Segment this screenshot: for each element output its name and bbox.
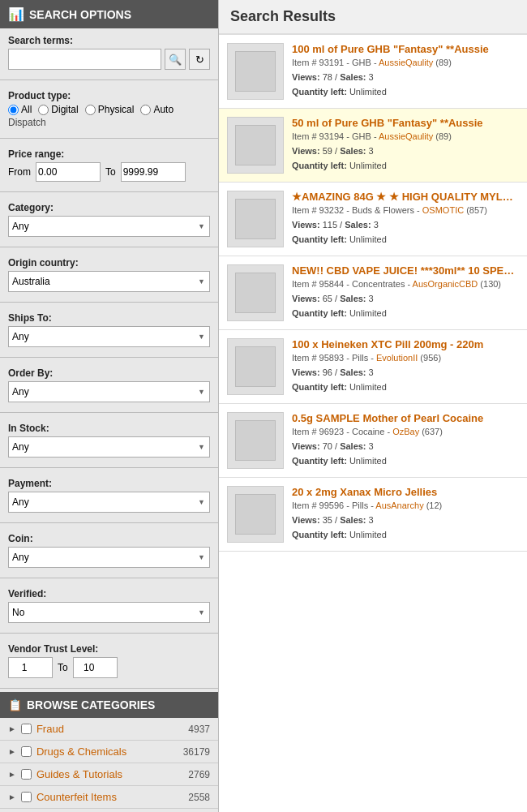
- result-meta: Item # 99596 - Pills - AusAnarchy (12): [292, 501, 519, 510]
- result-info: 100 ml of Pure GHB "Fantasy" **Aussie It…: [292, 43, 519, 100]
- category-checkbox[interactable]: [21, 769, 32, 780]
- result-title[interactable]: NEW!! CBD VAPE JUICE! ***30ml** 10 SPECI…: [292, 264, 519, 277]
- result-title[interactable]: ★AMAZING 84G ★ ★ HIGH QUALITY MYLAR BAG …: [292, 191, 519, 203]
- views-label: Views:: [292, 72, 320, 82]
- result-title[interactable]: 20 x 2mg Xanax Micro Jellies: [292, 486, 519, 498]
- sales-label: Sales:: [340, 441, 366, 451]
- category-checkbox[interactable]: [21, 746, 32, 757]
- ships-to-label: Ships To:: [8, 312, 210, 324]
- result-stats: Views: 115 / Sales: 3 Quantity left: Unl…: [292, 218, 519, 247]
- thumbnail-image: [235, 51, 276, 92]
- verified-select[interactable]: No Yes: [8, 602, 210, 623]
- bar-chart-icon: 📊: [8, 6, 24, 22]
- category-item[interactable]: ► Digital Products 6311: [0, 809, 218, 812]
- category-item[interactable]: ► Fraud 4937: [0, 718, 218, 741]
- ships-to-wrapper: Any: [8, 326, 210, 347]
- category-name: Counterfeit Items: [36, 791, 183, 803]
- category-dropdown-wrapper: Any: [8, 216, 210, 237]
- in-stock-select[interactable]: Any: [8, 436, 210, 458]
- category-item[interactable]: ► Counterfeit Items 2558: [0, 786, 218, 809]
- views-label: Views:: [292, 367, 320, 377]
- result-meta: Item # 93191 - GHB - AussieQaulity (89): [292, 58, 519, 67]
- result-meta: Item # 93194 - GHB - AussieQaulity (89): [292, 131, 519, 141]
- refresh-button[interactable]: ↻: [189, 49, 210, 70]
- browse-categories-title: BROWSE CATEGORIES: [27, 698, 155, 711]
- search-button[interactable]: 🔍: [165, 49, 186, 70]
- result-stats: Views: 65 / Sales: 3 Quantity left: Unli…: [292, 292, 519, 320]
- vendor-link[interactable]: AusAnarchy: [375, 501, 423, 510]
- category-count: 36179: [183, 746, 210, 758]
- vendor-link[interactable]: AusOrganicCBD: [413, 279, 478, 289]
- left-panel: 📊 SEARCH OPTIONS Search terms: 🔍 ↻ Produ…: [0, 0, 219, 812]
- results-list: 100 ml of Pure GHB "Fantasy" **Aussie It…: [219, 35, 527, 552]
- sales-label: Sales:: [340, 515, 366, 525]
- result-meta: Item # 96923 - Cocaine - OzBay (637): [292, 427, 519, 436]
- thumbnail-image: [235, 125, 276, 165]
- category-checkbox[interactable]: [21, 792, 32, 802]
- result-title[interactable]: 0.5g SAMPLE Mother of Pearl Cocaine: [292, 412, 519, 424]
- category-list: ► Fraud 4937 ► Drugs & Chemicals 36179 ►…: [0, 718, 218, 812]
- verified-label: Verified:: [8, 588, 210, 599]
- result-thumbnail: [227, 338, 284, 395]
- vendor-link[interactable]: EvolutionII: [376, 353, 418, 363]
- category-select[interactable]: Any: [8, 216, 210, 237]
- category-item[interactable]: ► Drugs & Chemicals 36179: [0, 741, 218, 763]
- payment-wrapper: Any: [8, 492, 210, 513]
- price-range-row: From To: [8, 162, 210, 182]
- category-name: Guides & Tutorials: [36, 768, 183, 780]
- result-item[interactable]: 100 x Heineken XTC Pill 200mg - 220m Ite…: [219, 330, 527, 404]
- origin-select[interactable]: Australia: [8, 271, 210, 292]
- radio-all[interactable]: All: [8, 104, 32, 115]
- thumbnail-image: [235, 273, 276, 313]
- radio-auto[interactable]: Auto: [140, 104, 174, 115]
- radio-physical[interactable]: Physical: [85, 104, 135, 115]
- vendor-link[interactable]: OzBay: [392, 427, 419, 436]
- coin-label: Coin:: [8, 533, 210, 544]
- ships-to-select[interactable]: Any: [8, 326, 210, 347]
- category-item[interactable]: ► Guides & Tutorials 2769: [0, 763, 218, 786]
- result-item[interactable]: NEW!! CBD VAPE JUICE! ***30ml** 10 SPECI…: [219, 256, 527, 330]
- ships-to-section: Ships To: Any: [0, 306, 218, 354]
- verified-wrapper: No Yes: [8, 602, 210, 623]
- coin-select[interactable]: Any: [8, 547, 210, 568]
- category-checkbox[interactable]: [21, 724, 32, 734]
- result-title[interactable]: 100 ml of Pure GHB "Fantasy" **Aussie: [292, 43, 519, 55]
- category-label: Category:: [8, 202, 210, 213]
- result-item[interactable]: 0.5g SAMPLE Mother of Pearl Cocaine Item…: [219, 404, 527, 478]
- search-terms-label: Search terms:: [8, 35, 210, 46]
- result-meta: Item # 95844 - Concentrates - AusOrganic…: [292, 279, 519, 289]
- search-terms-row: 🔍 ↻: [8, 49, 210, 70]
- result-item[interactable]: 50 ml of Pure GHB "Fantasy" **Aussie Ite…: [219, 109, 527, 183]
- result-title[interactable]: 100 x Heineken XTC Pill 200mg - 220m: [292, 338, 519, 350]
- browse-icon: 📋: [8, 698, 22, 711]
- search-terms-section: Search terms: 🔍 ↻: [0, 28, 218, 76]
- thumbnail-image: [235, 199, 276, 239]
- category-name: Drugs & Chemicals: [36, 745, 178, 758]
- payment-label: Payment:: [8, 478, 210, 489]
- to-label: To: [105, 166, 116, 178]
- radio-digital[interactable]: Digital: [38, 104, 78, 115]
- price-to-input[interactable]: [121, 162, 186, 182]
- result-item[interactable]: ★AMAZING 84G ★ ★ HIGH QUALITY MYLAR BAG …: [219, 183, 527, 256]
- result-title[interactable]: 50 ml of Pure GHB "Fantasy" **Aussie: [292, 117, 519, 129]
- order-by-select[interactable]: Any: [8, 381, 210, 402]
- payment-select[interactable]: Any: [8, 492, 210, 513]
- result-stats: Views: 96 / Sales: 3 Quantity left: Unli…: [292, 366, 519, 394]
- search-terms-input[interactable]: [8, 49, 161, 70]
- result-thumbnail: [227, 412, 284, 469]
- views-label: Views:: [292, 294, 320, 303]
- result-item[interactable]: 100 ml of Pure GHB "Fantasy" **Aussie It…: [219, 35, 527, 109]
- result-thumbnail: [227, 486, 284, 543]
- vendor-link[interactable]: OSMOTIC: [422, 205, 464, 215]
- views-label: Views:: [292, 146, 320, 156]
- dispatch-label: Dispatch: [8, 117, 210, 128]
- vendor-link[interactable]: AussieQaulity: [379, 58, 433, 67]
- result-item[interactable]: 20 x 2mg Xanax Micro Jellies Item # 9959…: [219, 478, 527, 552]
- trust-from-input[interactable]: [8, 657, 53, 678]
- trust-to-input[interactable]: [73, 657, 118, 678]
- vendor-link[interactable]: AussieQaulity: [379, 131, 433, 141]
- result-info: NEW!! CBD VAPE JUICE! ***30ml** 10 SPECI…: [292, 264, 519, 321]
- price-from-input[interactable]: [36, 162, 101, 182]
- result-thumbnail: [227, 191, 284, 247]
- browse-categories-header: 📋 BROWSE CATEGORIES: [0, 692, 218, 718]
